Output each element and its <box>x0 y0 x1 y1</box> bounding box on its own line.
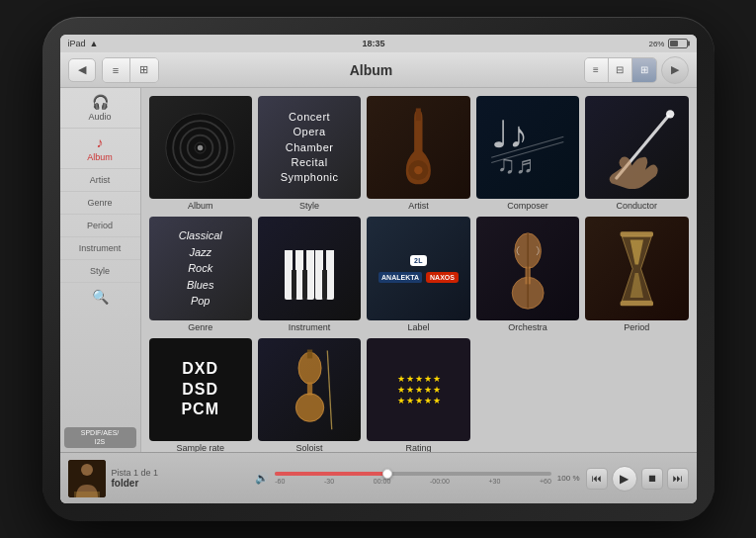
composer-cell[interactable]: ♩♪ ♫♬ Composer <box>476 96 579 211</box>
volume-section: 🔊 <box>255 472 269 485</box>
sidebar-search[interactable]: 🔍 <box>60 283 140 311</box>
sidebar-style-label: Style <box>90 266 110 276</box>
sidebar-item-artist[interactable]: Artist <box>60 169 140 192</box>
cello-icon <box>489 224 566 313</box>
svg-rect-6 <box>416 109 421 122</box>
instrument-cell[interactable]: Instrument <box>258 217 361 331</box>
samplerate-label: Sample rate <box>176 443 224 452</box>
fast-forward-button[interactable]: ⏭ <box>667 468 689 490</box>
svg-rect-24 <box>306 349 311 358</box>
rating-label: Rating <box>406 443 432 452</box>
player-bar: Pista 1 de 1 folder 🔊 -60 -30 00:00 -00:… <box>60 452 697 503</box>
spdif-badge: SPDIF/AES/I2S <box>64 427 136 448</box>
player-info: Pista 1 de 1 folder <box>112 468 250 489</box>
guitar-icon <box>387 106 450 189</box>
sidebar-item-genre[interactable]: Genre <box>60 192 140 215</box>
volume-icon: 🔊 <box>255 472 269 485</box>
view-mode-group: ≡ ⊟ ⊞ <box>584 57 657 83</box>
player-track: Pista 1 de 1 <box>112 468 250 478</box>
svg-point-5 <box>198 144 203 149</box>
sidebar-album-label: Album <box>87 152 113 162</box>
time-minus30: -30 <box>324 478 334 485</box>
sidebar-artist-label: Artist <box>90 175 111 185</box>
genre-label: Genre <box>188 322 212 332</box>
player-folder: folder <box>112 478 250 489</box>
ipad-label: iPad <box>68 39 86 48</box>
soloist-cell[interactable]: Soloist <box>258 338 361 452</box>
period-thumb <box>585 217 688 319</box>
conductor-icon <box>596 106 679 189</box>
battery-icon <box>668 39 688 48</box>
time-current: 00:00 <box>374 478 391 485</box>
sidebar-item-audio[interactable]: 🎧 Audio <box>60 88 140 129</box>
rating-cell[interactable]: ★ ★ ★ ★ ★ ★ ★ ★ ★ ★ <box>367 338 469 452</box>
play-pause-button[interactable]: ▶ <box>612 466 637 492</box>
play-button[interactable]: ▶ <box>661 56 689 84</box>
main-content: 🎧 Audio ♪ Album Artist Genre Period Ins <box>60 88 697 452</box>
artist-label: Artist <box>408 201 429 211</box>
progress-section: -60 -30 00:00 -00:00 +30 +60 <box>275 472 551 485</box>
genre-thumb: ClassicalJazzRockBluesPop <box>149 217 252 319</box>
grid-row-1: Album ConcertOperaChamberRecitalSymphoni… <box>149 96 689 211</box>
orchestra-label: Orchestra <box>508 322 547 332</box>
svg-point-23 <box>295 394 323 421</box>
progress-fill <box>275 472 385 476</box>
album-label: Album <box>188 201 213 211</box>
rating-row-1: ★ ★ ★ ★ ★ <box>397 374 441 384</box>
volume-pct: 100 % <box>557 474 580 483</box>
back-button[interactable]: ◀ <box>68 58 96 82</box>
conductor-cell[interactable]: Conductor <box>585 96 688 211</box>
rating-row-3: ★ ★ ★ ★ ★ <box>397 396 441 405</box>
style-cell[interactable]: ConcertOperaChamberRecitalSymphonic Styl… <box>258 96 361 211</box>
svg-rect-19 <box>621 231 653 236</box>
svg-rect-29 <box>74 492 100 497</box>
stop-button[interactable]: ⏹ <box>641 468 663 490</box>
conductor-thumb <box>585 96 688 199</box>
page-title: Album <box>165 62 578 78</box>
player-thumbnail <box>68 460 106 497</box>
list-view-button[interactable]: ≡ <box>103 58 130 82</box>
toolbar-right: ≡ ⊟ ⊞ ▶ <box>584 56 689 84</box>
album-thumb <box>149 96 252 199</box>
composer-label: Composer <box>507 201 548 211</box>
album-cell[interactable]: Album <box>149 96 252 211</box>
instrument-thumb <box>258 217 361 319</box>
svg-point-14 <box>666 111 674 119</box>
time-minus60: -60 <box>275 478 285 485</box>
label-cell[interactable]: 2L ANALEKTA NAXOS Label <box>367 217 469 331</box>
analekta-logo: 2L <box>410 255 427 266</box>
sidebar-audio-label: Audio <box>88 112 111 122</box>
svg-line-26 <box>327 350 331 429</box>
sidebar-item-period[interactable]: Period <box>60 215 140 237</box>
sidebar-genre-label: Genre <box>87 198 112 208</box>
sidebar-item-instrument[interactable]: Instrument <box>60 237 140 260</box>
orchestra-cell[interactable]: Orchestra <box>476 217 579 331</box>
period-cell[interactable]: Period <box>585 217 688 331</box>
violin-icon <box>274 346 346 434</box>
samplerate-cell[interactable]: DXDDSDPCM Sample rate <box>149 338 252 452</box>
headphones-icon: 🎧 <box>92 94 109 110</box>
wifi-icon: ▲ <box>90 39 99 48</box>
sidebar-item-style[interactable]: Style <box>60 260 140 283</box>
sidebar-item-album[interactable]: ♪ Album <box>60 129 140 169</box>
grid-view-button[interactable]: ⊞ <box>130 58 158 82</box>
sidebar-bottom: SPDIF/AES/I2S <box>60 423 140 452</box>
artist-cell[interactable]: Artist <box>367 96 469 211</box>
svg-point-8 <box>414 166 422 174</box>
piano-keys <box>285 237 334 300</box>
rewind-button[interactable]: ⏮ <box>586 468 608 490</box>
sidebar-period-label: Period <box>87 221 113 230</box>
genre-cell[interactable]: ClassicalJazzRockBluesPop Genre <box>149 217 252 331</box>
hourglass-icon <box>606 227 668 311</box>
label-thumb: 2L ANALEKTA NAXOS <box>367 217 469 319</box>
columns-mode-button[interactable]: ⊟ <box>609 58 632 82</box>
sr-text: DXDDSDPCM <box>181 359 219 420</box>
progress-bar[interactable] <box>275 472 551 476</box>
orchestra-thumb <box>476 217 579 319</box>
player-thumb-image <box>68 460 106 497</box>
style-thumb: ConcertOperaChamberRecitalSymphonic <box>258 96 361 199</box>
album-icon: ♪ <box>97 134 104 150</box>
grid-mode-button[interactable]: ⊞ <box>632 58 656 82</box>
list-mode-button[interactable]: ≡ <box>585 58 609 82</box>
grid-row-3: DXDDSDPCM Sample rate <box>149 338 689 452</box>
